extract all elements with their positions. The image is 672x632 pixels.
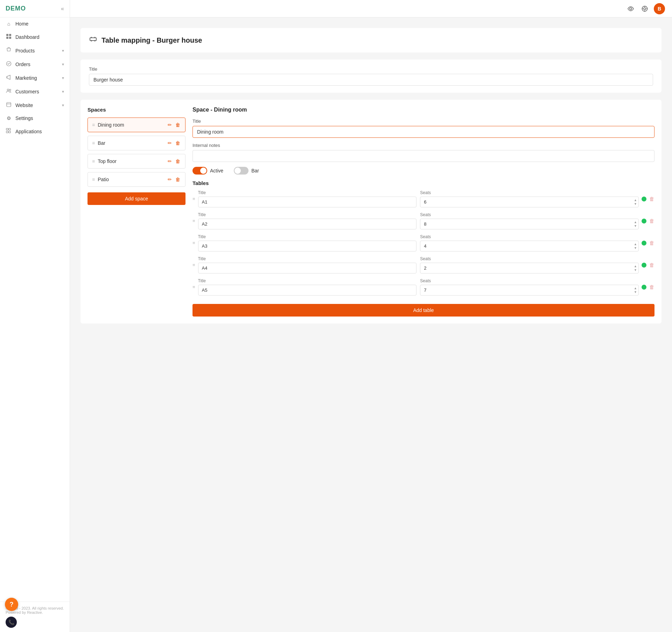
table-seats-input-a5[interactable] bbox=[420, 285, 639, 296]
add-space-button[interactable]: Add space bbox=[88, 192, 186, 205]
sidebar-item-label: Website bbox=[15, 102, 33, 108]
table-title-label: Title bbox=[198, 234, 417, 239]
space-actions: ✏ 🗑 bbox=[167, 176, 181, 183]
table-seats-label: Seats bbox=[420, 190, 639, 195]
svg-rect-1 bbox=[9, 34, 11, 36]
space-detail-title: Space - Dining room bbox=[192, 107, 654, 113]
space-delete-button-bar[interactable]: 🗑 bbox=[175, 140, 181, 147]
space-edit-button-patio[interactable]: ✏ bbox=[167, 176, 173, 183]
space-item-bar[interactable]: ≡ ✏ 🗑 bbox=[88, 136, 186, 150]
space-actions: ✏ 🗑 bbox=[167, 158, 181, 165]
applications-icon bbox=[6, 128, 12, 135]
table-seats-label: Seats bbox=[420, 212, 639, 217]
seats-up-button[interactable]: ▲ bbox=[633, 264, 638, 268]
seats-down-button[interactable]: ▼ bbox=[633, 246, 638, 250]
sidebar-item-label: Marketing bbox=[15, 75, 37, 81]
space-name-input-bar[interactable] bbox=[98, 140, 164, 146]
table-seats-input-a2[interactable] bbox=[420, 219, 639, 229]
table-delete-button-a1[interactable]: 🗑 bbox=[649, 196, 654, 202]
phone-button[interactable]: 📞 bbox=[6, 617, 17, 628]
seats-up-button[interactable]: ▲ bbox=[633, 198, 638, 202]
svg-rect-2 bbox=[6, 37, 8, 39]
space-delete-button-dining[interactable]: 🗑 bbox=[175, 121, 181, 128]
space-item-dining[interactable]: ≡ ✏ 🗑 bbox=[88, 118, 186, 132]
table-title-label: Title bbox=[198, 278, 417, 283]
space-item-patio[interactable]: ≡ ✏ 🗑 bbox=[88, 172, 186, 187]
help-button[interactable]: ? bbox=[5, 598, 18, 611]
table-seats-input-a1[interactable] bbox=[420, 197, 639, 207]
settings-icon[interactable] bbox=[640, 4, 650, 14]
customers-icon bbox=[6, 88, 12, 95]
title-label: Title bbox=[89, 66, 653, 72]
add-table-button[interactable]: Add table bbox=[192, 304, 654, 317]
sidebar-item-products[interactable]: Products ▾ bbox=[0, 44, 70, 57]
table-title-field: Title bbox=[198, 278, 417, 296]
seats-spinners: ▲ ▼ bbox=[633, 242, 638, 250]
space-delete-button-patio[interactable]: 🗑 bbox=[175, 176, 181, 183]
collapse-button[interactable]: « bbox=[61, 6, 64, 12]
sidebar-item-dashboard[interactable]: Dashboard bbox=[0, 30, 70, 44]
space-item-topfloor[interactable]: ≡ ✏ 🗑 bbox=[88, 154, 186, 169]
preview-icon[interactable] bbox=[626, 4, 636, 14]
svg-rect-11 bbox=[9, 131, 10, 133]
table-seats-input-a4[interactable] bbox=[420, 263, 639, 274]
sidebar-item-customers[interactable]: Customers ▾ bbox=[0, 85, 70, 98]
detail-notes-input[interactable] bbox=[192, 150, 654, 162]
active-toggle[interactable] bbox=[192, 167, 207, 175]
seats-down-button[interactable]: ▼ bbox=[633, 268, 638, 272]
table-row: ≡ Title Seats ▲ ▼ bbox=[192, 234, 654, 251]
sidebar-item-label: Dashboard bbox=[15, 34, 40, 40]
space-edit-button-dining[interactable]: ✏ bbox=[167, 121, 173, 128]
table-delete-button-a3[interactable]: 🗑 bbox=[649, 240, 654, 246]
space-name-input-topfloor[interactable] bbox=[98, 158, 164, 164]
seats-up-button[interactable]: ▲ bbox=[633, 242, 638, 246]
title-input[interactable] bbox=[89, 74, 653, 86]
svg-rect-9 bbox=[9, 128, 10, 130]
seats-down-button[interactable]: ▼ bbox=[633, 202, 638, 206]
seats-up-button[interactable]: ▲ bbox=[633, 220, 638, 224]
table-title-input-a1[interactable] bbox=[198, 197, 417, 207]
detail-title-input[interactable] bbox=[192, 126, 654, 138]
table-seats-field: Seats ▲ ▼ bbox=[420, 278, 639, 296]
sidebar-item-settings[interactable]: ⚙ Settings bbox=[0, 112, 70, 125]
svg-rect-15 bbox=[90, 38, 96, 41]
table-title-input-a3[interactable] bbox=[198, 241, 417, 251]
toggle-slider-bar bbox=[234, 167, 248, 175]
seats-down-button[interactable]: ▼ bbox=[633, 290, 638, 294]
space-edit-button-topfloor[interactable]: ✏ bbox=[167, 158, 173, 165]
space-delete-button-topfloor[interactable]: 🗑 bbox=[175, 158, 181, 165]
table-title-input-a5[interactable] bbox=[198, 285, 417, 296]
svg-point-14 bbox=[644, 8, 646, 10]
svg-rect-7 bbox=[7, 102, 11, 107]
bar-label: Bar bbox=[251, 168, 259, 173]
table-status-dot bbox=[642, 263, 646, 268]
website-icon bbox=[6, 102, 12, 108]
detail-notes-label: Internal notes bbox=[192, 143, 654, 148]
sidebar-item-marketing[interactable]: Marketing ▾ bbox=[0, 71, 70, 85]
marketing-icon bbox=[6, 74, 12, 81]
toggle-slider-active bbox=[192, 167, 207, 175]
space-actions: ✏ 🗑 bbox=[167, 140, 181, 147]
table-title-field: Title bbox=[198, 256, 417, 274]
seats-down-button[interactable]: ▼ bbox=[633, 224, 638, 228]
space-edit-button-bar[interactable]: ✏ bbox=[167, 140, 173, 147]
sidebar-item-orders[interactable]: Orders ▾ bbox=[0, 57, 70, 71]
table-seats-label: Seats bbox=[420, 278, 639, 283]
user-avatar[interactable]: B bbox=[654, 3, 665, 14]
table-title-input-a4[interactable] bbox=[198, 263, 417, 274]
table-delete-button-a4[interactable]: 🗑 bbox=[649, 262, 654, 268]
seats-up-button[interactable]: ▲ bbox=[633, 286, 638, 290]
sidebar-item-website[interactable]: Website ▾ bbox=[0, 98, 70, 112]
space-name-input-patio[interactable] bbox=[98, 177, 164, 182]
sidebar-item-home[interactable]: ⌂ Home bbox=[0, 17, 70, 30]
space-name-input-dining[interactable] bbox=[98, 122, 164, 128]
table-seats-input-a3[interactable] bbox=[420, 241, 639, 251]
table-delete-button-a5[interactable]: 🗑 bbox=[649, 284, 654, 290]
table-title-input-a2[interactable] bbox=[198, 219, 417, 229]
table-title-label: Title bbox=[198, 190, 417, 195]
bar-toggle[interactable] bbox=[234, 167, 248, 175]
table-delete-button-a2[interactable]: 🗑 bbox=[649, 218, 654, 224]
page-content: Table mapping - Burger house Title Space… bbox=[70, 17, 672, 632]
sidebar-item-applications[interactable]: Applications bbox=[0, 125, 70, 138]
chevron-down-icon: ▾ bbox=[62, 76, 64, 80]
